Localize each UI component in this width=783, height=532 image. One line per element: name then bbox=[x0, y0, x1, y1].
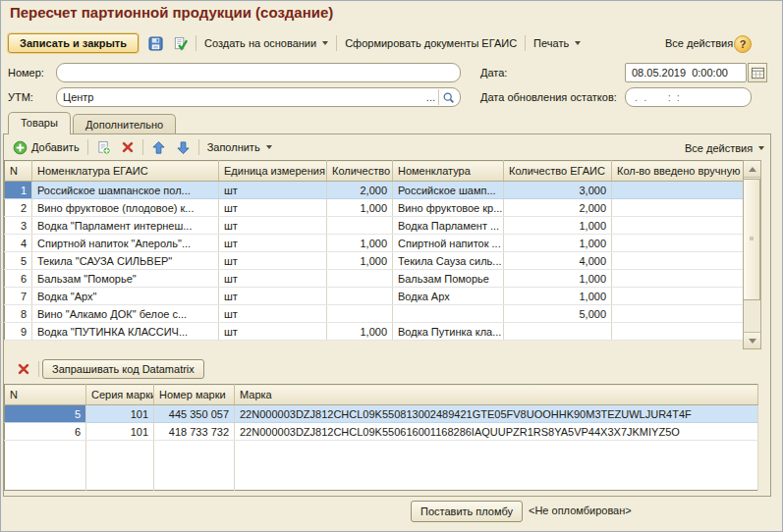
save-button[interactable] bbox=[143, 33, 168, 54]
col-mark[interactable]: Марка bbox=[235, 385, 758, 405]
cell[interactable] bbox=[327, 270, 393, 288]
cell[interactable]: Вино "Алкамо ДОК" белое с... bbox=[32, 305, 219, 323]
date-input[interactable]: 08.05.2019 0:00:00 bbox=[625, 63, 747, 82]
goods-all-actions-button[interactable]: Все действия bbox=[680, 139, 769, 157]
goods-row[interactable]: 7Водка "Арх"штВодка Арх1,000 bbox=[5, 288, 744, 305]
tab-goods[interactable]: Товары bbox=[8, 112, 71, 134]
cell[interactable]: Российское шамп... bbox=[393, 182, 504, 199]
col-unit[interactable]: Единица измерения bbox=[219, 161, 327, 182]
col-quantity[interactable]: Количество bbox=[327, 161, 393, 182]
form-egais-docs-button[interactable]: Сформировать документы ЕГАИС bbox=[340, 34, 522, 52]
cell[interactable] bbox=[504, 323, 612, 341]
col-egais-nomenclature[interactable]: Номенклатура ЕГАИС bbox=[32, 161, 219, 182]
cell[interactable]: 1,000 bbox=[504, 270, 612, 288]
col-n[interactable]: N bbox=[5, 161, 32, 182]
save-close-button[interactable]: Записать и закрыть bbox=[8, 33, 139, 53]
create-based-on-button[interactable]: Создать на основании bbox=[199, 34, 333, 52]
add-row-button[interactable]: Добавить bbox=[8, 137, 84, 158]
cell[interactable] bbox=[612, 217, 744, 235]
cell[interactable] bbox=[612, 323, 744, 341]
marks-row[interactable]: 6101418 733 73222N000003DZJ812CHCL09K550… bbox=[5, 423, 758, 441]
cell[interactable]: Спиртной напиток ... bbox=[393, 235, 504, 252]
cell[interactable]: 1,000 bbox=[327, 252, 393, 270]
goods-row[interactable]: 1Российское шампанское пол...шт2,000Росс… bbox=[5, 182, 744, 199]
col-manual-quantity[interactable]: Кол-во введено вручную bbox=[612, 161, 744, 182]
cell[interactable]: Вино фруктовое (плодовое) к... bbox=[32, 199, 219, 217]
cell[interactable]: 6 bbox=[5, 270, 32, 288]
goods-row[interactable]: 5Текила "САУЗА СИЛЬВЕР"шт1,000Текила Сау… bbox=[5, 252, 744, 270]
cell[interactable]: 418 733 732 bbox=[154, 423, 235, 441]
cell[interactable] bbox=[327, 305, 393, 323]
post-document-button[interactable] bbox=[168, 33, 193, 54]
cell[interactable]: 22N000003DZJ812CHCL09K550616001168286IAQ… bbox=[235, 423, 758, 441]
cell[interactable] bbox=[612, 288, 744, 305]
cell[interactable]: Водка Парламент ... bbox=[393, 217, 504, 235]
cell[interactable]: 1,000 bbox=[327, 323, 393, 341]
cell[interactable]: шт bbox=[219, 199, 327, 217]
cell[interactable]: шт bbox=[219, 323, 327, 341]
scroll-thumb[interactable] bbox=[744, 179, 760, 300]
utm-ellipsis-button[interactable]: ... bbox=[423, 89, 438, 105]
cell[interactable]: шт bbox=[219, 270, 327, 288]
cell[interactable]: Бальзам "Поморье" bbox=[32, 270, 219, 288]
cell[interactable]: 2,000 bbox=[327, 182, 393, 199]
cell[interactable]: 6 bbox=[5, 423, 86, 441]
scroll-down-button[interactable] bbox=[744, 332, 760, 348]
scroll-up-button[interactable] bbox=[744, 161, 760, 178]
number-input[interactable] bbox=[56, 63, 461, 82]
cell[interactable]: шт bbox=[219, 235, 327, 252]
marks-delete-button[interactable] bbox=[12, 359, 35, 379]
cell[interactable]: Текила "САУЗА СИЛЬВЕР" bbox=[32, 252, 219, 270]
print-button[interactable]: Печать bbox=[529, 34, 586, 52]
cell[interactable]: 3 bbox=[5, 217, 32, 235]
cell[interactable]: 3,000 bbox=[504, 182, 612, 199]
col-egais-quantity[interactable]: Количество ЕГАИС bbox=[504, 161, 612, 182]
cell[interactable]: 4,000 bbox=[504, 252, 612, 270]
cell[interactable]: Вино фруктовое кр... bbox=[393, 199, 504, 217]
cell[interactable]: Водка Арх bbox=[393, 288, 504, 305]
copy-row-button[interactable] bbox=[91, 137, 116, 158]
cell[interactable] bbox=[612, 252, 744, 270]
cell[interactable]: Спиртной напиток "Апероль"... bbox=[32, 235, 219, 252]
col-nomenclature[interactable]: Номенклатура bbox=[393, 161, 504, 182]
tab-additional[interactable]: Дополнительно bbox=[73, 114, 176, 134]
cell[interactable] bbox=[327, 217, 393, 235]
cell[interactable]: 101 bbox=[86, 405, 154, 423]
cell[interactable]: шт bbox=[219, 182, 327, 199]
cell[interactable] bbox=[612, 270, 744, 288]
cell[interactable]: 7 bbox=[5, 288, 32, 305]
cell[interactable]: 1,000 bbox=[327, 199, 393, 217]
help-button[interactable]: ? bbox=[734, 35, 752, 53]
cell[interactable]: Бальзам Поморье bbox=[393, 270, 504, 288]
cell[interactable] bbox=[612, 305, 744, 323]
cell[interactable]: 9 bbox=[5, 323, 32, 341]
cell[interactable]: 22N000003DZJ812CHCL09K550813002489421GTE… bbox=[235, 405, 758, 423]
col-n[interactable]: N bbox=[5, 385, 86, 405]
cell[interactable]: 1,000 bbox=[504, 288, 612, 305]
cell[interactable]: 5 bbox=[5, 252, 32, 270]
utm-search-button[interactable] bbox=[438, 89, 458, 105]
goods-row[interactable]: 6Бальзам "Поморье"штБальзам Поморье1,000 bbox=[5, 270, 744, 288]
cell[interactable] bbox=[327, 288, 393, 305]
cell[interactable]: 2,000 bbox=[504, 199, 612, 217]
cell[interactable]: Текила Сауза силь... bbox=[393, 252, 504, 270]
goods-scrollbar[interactable] bbox=[743, 160, 761, 349]
cell[interactable] bbox=[612, 199, 744, 217]
move-down-button[interactable] bbox=[171, 137, 196, 158]
goods-row[interactable]: 8Вино "Алкамо ДОК" белое с...шт5,000 bbox=[5, 305, 744, 323]
cell[interactable]: 101 bbox=[86, 423, 154, 441]
request-datamatrix-button[interactable]: Запрашивать код Datamatrix bbox=[42, 359, 204, 379]
cell[interactable] bbox=[612, 235, 744, 252]
cell[interactable]: Водка "Парламент интернеш... bbox=[32, 217, 219, 235]
balance-update-input[interactable]: . . : : bbox=[625, 87, 752, 107]
cell[interactable]: Водка "Арх" bbox=[32, 288, 219, 305]
cell[interactable]: 1,000 bbox=[327, 235, 393, 252]
cell[interactable]: 1 bbox=[5, 182, 32, 199]
cell[interactable]: 445 350 057 bbox=[154, 405, 235, 423]
fill-button[interactable]: Заполнить bbox=[202, 138, 277, 156]
cell[interactable]: шт bbox=[219, 305, 327, 323]
cell[interactable]: шт bbox=[219, 288, 327, 305]
col-mark-number[interactable]: Номер марки bbox=[154, 385, 235, 405]
cell[interactable]: 5,000 bbox=[504, 305, 612, 323]
cell[interactable]: 4 bbox=[5, 235, 32, 252]
